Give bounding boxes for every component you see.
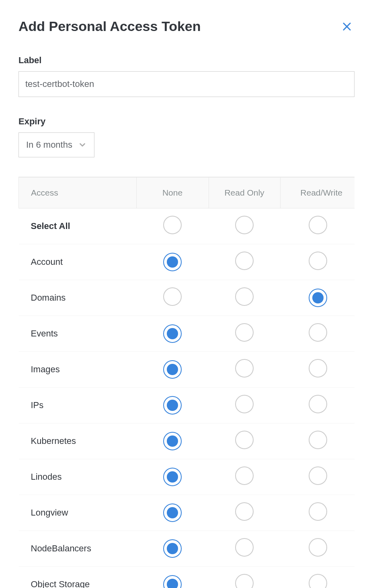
access-cell-none <box>136 388 209 423</box>
table-row: Kubernetes <box>19 423 355 459</box>
radio-none[interactable] <box>163 360 182 379</box>
access-cell-read_write <box>280 459 355 495</box>
radio-read_only[interactable] <box>235 502 254 521</box>
close-button[interactable] <box>339 19 355 34</box>
radio-read_write[interactable] <box>309 574 327 588</box>
radio-none[interactable] <box>163 324 182 343</box>
radio-read_only[interactable] <box>235 359 254 378</box>
access-cell-read_only <box>209 423 280 459</box>
access-row-label: Events <box>19 316 137 352</box>
access-cell-read_write <box>280 244 355 280</box>
access-cell-none <box>136 280 209 316</box>
access-cell-read_write <box>280 352 355 388</box>
radio-read_write[interactable] <box>309 289 327 307</box>
access-cell-read_only <box>209 531 280 567</box>
col-header-read-only: Read Only <box>209 177 280 208</box>
table-row: Domains <box>19 280 355 316</box>
table-row: IPs <box>19 388 355 423</box>
dialog-header: Add Personal Access Token <box>18 19 355 34</box>
radio-read_only[interactable] <box>235 323 254 342</box>
radio-read_write[interactable] <box>309 216 327 234</box>
radio-read_only[interactable] <box>235 287 254 306</box>
access-cell-read_write <box>280 280 355 316</box>
access-table-header-row: Access None Read Only Read/Write <box>19 177 355 208</box>
access-cell-none <box>136 531 209 567</box>
radio-read_only[interactable] <box>235 395 254 413</box>
access-cell-none <box>136 208 209 244</box>
table-row: NodeBalancers <box>19 531 355 567</box>
access-cell-none <box>136 567 209 588</box>
radio-read_write[interactable] <box>309 502 327 521</box>
radio-read_write[interactable] <box>309 323 327 342</box>
access-table: Access None Read Only Read/Write Select … <box>18 177 355 588</box>
label-input[interactable] <box>18 71 355 97</box>
radio-read_write[interactable] <box>309 359 327 378</box>
expiry-select-value: In 6 months <box>26 140 72 150</box>
radio-none[interactable] <box>163 468 182 486</box>
radio-read_write[interactable] <box>309 395 327 413</box>
table-row: Linodes <box>19 459 355 495</box>
dialog-title: Add Personal Access Token <box>18 19 201 34</box>
access-cell-none <box>136 495 209 531</box>
table-row: Images <box>19 352 355 388</box>
radio-read_only[interactable] <box>235 466 254 485</box>
access-cell-none <box>136 316 209 352</box>
radio-none[interactable] <box>163 575 182 588</box>
chevron-down-icon <box>78 140 87 149</box>
radio-read_only[interactable] <box>235 574 254 588</box>
radio-read_only[interactable] <box>235 216 254 234</box>
access-cell-read_write <box>280 423 355 459</box>
access-cell-read_write <box>280 316 355 352</box>
access-row-label: Select All <box>19 208 137 244</box>
access-cell-none <box>136 423 209 459</box>
radio-read_only[interactable] <box>235 252 254 270</box>
access-row-label: Domains <box>19 280 137 316</box>
table-row: Select All <box>19 208 355 244</box>
radio-read_write[interactable] <box>309 538 327 557</box>
radio-none[interactable] <box>163 396 182 415</box>
radio-read_write[interactable] <box>309 466 327 485</box>
access-cell-read_only <box>209 567 280 588</box>
access-cell-read_write <box>280 531 355 567</box>
expiry-select[interactable]: In 6 months <box>18 132 94 157</box>
access-row-label: Kubernetes <box>19 423 137 459</box>
table-row: Object Storage <box>19 567 355 588</box>
access-row-label: NodeBalancers <box>19 531 137 567</box>
radio-read_write[interactable] <box>309 431 327 449</box>
radio-none[interactable] <box>163 432 182 450</box>
access-row-label: Longview <box>19 495 137 531</box>
access-cell-read_write <box>280 567 355 588</box>
expiry-field-label: Expiry <box>18 116 355 127</box>
access-cell-none <box>136 459 209 495</box>
access-cell-read_only <box>209 244 280 280</box>
radio-none[interactable] <box>163 539 182 558</box>
radio-read_only[interactable] <box>235 431 254 449</box>
radio-none[interactable] <box>163 216 182 234</box>
access-cell-none <box>136 244 209 280</box>
radio-none[interactable] <box>163 253 182 271</box>
label-field-label: Label <box>18 55 355 66</box>
radio-read_write[interactable] <box>309 252 327 270</box>
access-cell-read_only <box>209 352 280 388</box>
expiry-field: Expiry In 6 months <box>18 116 355 157</box>
access-cell-read_only <box>209 208 280 244</box>
access-cell-read_write <box>280 208 355 244</box>
col-header-read-write: Read/Write <box>280 177 355 208</box>
access-cell-read_only <box>209 316 280 352</box>
access-row-label: Object Storage <box>19 567 137 588</box>
radio-none[interactable] <box>163 503 182 522</box>
table-row: Longview <box>19 495 355 531</box>
access-cell-none <box>136 352 209 388</box>
access-row-label: IPs <box>19 388 137 423</box>
access-cell-read_write <box>280 495 355 531</box>
access-row-label: Images <box>19 352 137 388</box>
access-cell-read_write <box>280 388 355 423</box>
col-header-access: Access <box>19 177 137 208</box>
access-row-label: Account <box>19 244 137 280</box>
access-cell-read_only <box>209 388 280 423</box>
table-row: Events <box>19 316 355 352</box>
table-row: Account <box>19 244 355 280</box>
radio-none[interactable] <box>163 287 182 306</box>
close-icon <box>341 21 353 32</box>
radio-read_only[interactable] <box>235 538 254 557</box>
